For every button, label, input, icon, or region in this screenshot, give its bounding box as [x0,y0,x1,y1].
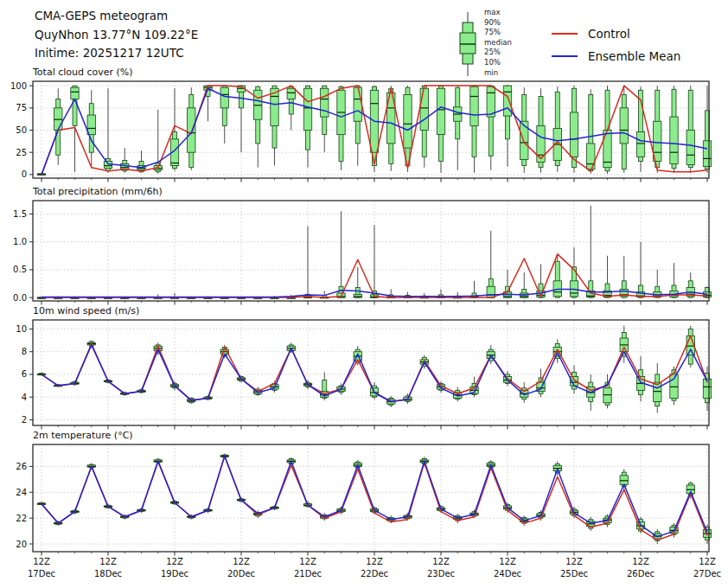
panel-cloud: 0255075100Total cloud cover (%) [10,67,712,182]
x-tick-label-day: 17Dec [28,569,55,578]
x-tick-label-day: 22Dec [361,569,388,578]
x-tick-label-hour: 12Z [499,557,516,566]
x-tick-label-hour: 12Z [299,557,316,566]
y-tick-label: 2 [22,415,27,425]
x-tick-label-day: 23Dec [427,569,455,578]
panel-title: 10m wind speed (m/s) [33,305,139,316]
y-tick-label: 22 [16,514,27,523]
y-tick-label: 10 [16,324,27,334]
y-tick-label: 0.0 [13,293,27,303]
x-tick-label-hour: 12Z [699,557,716,566]
y-tick-label: 4 [22,393,27,402]
grid [33,444,709,552]
x-tick-label-day: 19Dec [161,569,188,578]
grid [33,320,709,425]
y-tick-label: 0 [22,169,27,179]
x-tick-label-hour: 12Z [565,557,583,566]
meteogram-chart: 0255075100Total cloud cover (%)0.00.51.0… [0,0,728,588]
panel-temp: 202224262m temperature (°C) [16,430,711,556]
panel-wind: 24681010m wind speed (m/s) [16,305,711,430]
x-tick-label-day: 26Dec [627,569,655,578]
panel-frame [33,444,709,552]
y-tick-label: 50 [16,125,27,135]
y-tick-label: 1.5 [13,209,27,219]
y-tick-label: 25 [16,148,27,157]
y-tick-label: 8 [22,347,27,356]
y-tick-label: 24 [16,488,27,497]
x-tick-label-day: 18Dec [94,569,122,578]
x-tick-label-hour: 12Z [432,557,450,566]
x-tick-label-day: 25Dec [560,569,588,578]
x-tick-label-hour: 12Z [99,557,117,566]
y-tick-label: 0.5 [13,265,27,274]
x-axis-labels: 12Z17Dec12Z18Dec12Z19Dec12Z20Dec12Z21Dec… [28,557,721,578]
y-tick-label: 6 [22,369,27,379]
x-tick-label-day: 20Dec [227,569,255,578]
y-tick-label: 75 [16,103,27,112]
panel-title: 2m temperature (°C) [33,430,133,441]
y-tick-label: 100 [10,81,27,91]
panel-precip: 0.00.51.01.5Total precipitation (mm/6h) [13,186,712,305]
boxplot-series [37,206,711,299]
meteogram-page: CMA-GEPS meteogram QuyNhon 13.77°N 109.2… [0,0,728,588]
panel-title: Total cloud cover (%) [32,67,133,78]
x-tick-label-day: 24Dec [494,569,521,578]
x-tick-label-day: 27Dec [693,569,721,578]
x-tick-label-hour: 12Z [366,557,383,566]
y-tick-label: 20 [16,540,27,549]
panel-frame [33,320,709,425]
y-tick-label: 1.0 [13,237,27,246]
boxplot-series [37,453,711,544]
x-tick-label-hour: 12Z [632,557,649,566]
x-tick-label-hour: 12Z [233,557,250,566]
x-tick-label-hour: 12Z [166,557,183,566]
x-tick-label-day: 21Dec [294,569,322,578]
panel-title: Total precipitation (mm/6h) [32,186,163,197]
x-tick-label-hour: 12Z [33,557,50,566]
y-tick-label: 26 [16,462,27,471]
